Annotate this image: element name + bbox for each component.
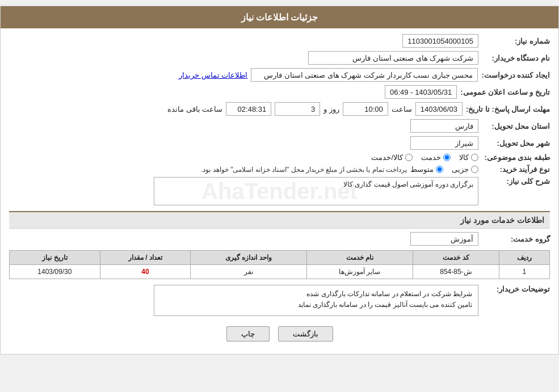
response-days-value: 3	[275, 102, 320, 116]
response-remaining-value: 02:48:31	[226, 102, 271, 116]
col-name: نام خدمت	[306, 251, 413, 265]
process-partial-label: جزیی	[452, 165, 469, 174]
service-group-label: گروه خدمت:	[482, 235, 550, 243]
category-goods-label: کالا	[459, 153, 469, 162]
response-days-label: روز و	[323, 105, 339, 113]
print-button[interactable]: چاپ	[226, 326, 270, 342]
cell-name: سایر آموزش‌ها	[306, 265, 413, 279]
process-option-medium[interactable]: متوسط	[410, 165, 443, 174]
cell-date: 1403/09/30	[10, 265, 100, 279]
buyer-org-value: شرکت شهرک های صنعتی استان فارس	[308, 51, 478, 65]
description-value: برگزاری دوره آموزشی اصول قیمت گذاری کالا	[154, 177, 478, 205]
need-number-label: شماره نیاز:	[482, 37, 550, 45]
creator-row: ایجاد کننده درخواست: محسن جباری نسب کارب…	[9, 68, 550, 82]
process-radio-group: جزیی متوسط	[410, 165, 478, 174]
col-code: کد خدمت	[413, 251, 499, 265]
cell-row: 1	[499, 265, 549, 279]
buyer-notes-label: توضیحات خریدار:	[482, 285, 550, 293]
category-radio-group: کالا خدمت کالا/خدمت	[371, 153, 478, 162]
process-medium-label: متوسط	[410, 165, 434, 174]
service-table: ردیف کد خدمت نام خدمت واحد اندازه گیری ت…	[9, 250, 550, 279]
need-number-value: 1103001054000105	[402, 34, 478, 48]
response-deadline-label: مهلت ارسال پاسخ: تا تاریخ:	[466, 105, 550, 113]
need-number-row: شماره نیاز: 1103001054000105	[9, 34, 550, 48]
table-row: 1 ش-85-854 سایر آموزش‌ها نفر 40 1403/09/…	[10, 265, 550, 279]
description-row: شرح کلی نیاز: برگزاری دوره آموزشی اصول ق…	[9, 177, 550, 205]
category-radio-service[interactable]	[443, 154, 451, 161]
announce-date-value: 1403/05/31 - 06:49	[385, 85, 457, 99]
announce-date-label: تاریخ و ساعت اعلان عمومی:	[460, 88, 550, 96]
col-unit: واحد اندازه گیری	[191, 251, 306, 265]
cell-quantity: 40	[100, 265, 191, 279]
page-title: جزئیات اطلاعات نیاز	[241, 12, 318, 22]
contact-link[interactable]: اطلاعات تماس خریدار	[179, 71, 247, 79]
description-label: شرح کلی نیاز:	[482, 177, 550, 186]
process-note: پرداخت تمام یا بخشی از مبلغ خریدار محل "…	[201, 166, 407, 174]
service-group-value: آموزش	[410, 232, 478, 246]
cell-unit: نفر	[191, 265, 306, 279]
city-label: شهر محل تحویل:	[482, 139, 550, 147]
process-radio-partial[interactable]	[471, 166, 478, 173]
category-service-label: خدمت	[421, 153, 441, 162]
col-quantity: تعداد / مقدار	[100, 251, 191, 265]
content-area: AhaTender.net شماره نیاز: 11030010540001…	[1, 28, 558, 354]
process-radio-medium[interactable]	[436, 166, 443, 173]
announce-date-row: تاریخ و ساعت اعلان عمومی: 1403/05/31 - 0…	[9, 85, 550, 99]
province-row: استان محل تحویل: فارس	[9, 119, 550, 133]
category-row: طبقه بندی موضوعی: کالا خدمت کالا/خدمت	[9, 153, 550, 162]
response-deadline-row: مهلت ارسال پاسخ: تا تاریخ: 1403/06/03 سا…	[9, 102, 550, 116]
buyer-org-label: نام دستگاه خریدار:	[482, 54, 550, 62]
process-option-partial[interactable]: جزیی	[452, 165, 478, 174]
response-time-value: 10:00	[343, 102, 388, 116]
services-section-title: اطلاعات خدمات مورد نیاز	[9, 211, 550, 229]
page-wrapper: جزئیات اطلاعات نیاز AhaTender.net شماره …	[0, 6, 559, 355]
buttons-row: بازگشت چاپ	[9, 319, 550, 348]
process-label: نوع فرآیند خرید:	[482, 165, 550, 174]
response-remaining-label: ساعت باقی مانده	[167, 105, 222, 113]
cell-code: ش-85-854	[413, 265, 499, 279]
category-radio-goods[interactable]	[471, 154, 478, 161]
category-option-goods[interactable]: کالا	[459, 153, 478, 162]
response-time-label: ساعت	[392, 105, 412, 113]
col-row: ردیف	[499, 251, 549, 265]
city-row: شهر محل تحویل: شیراز	[9, 136, 550, 150]
process-row: نوع فرآیند خرید: جزیی متوسط پرداخت تمام …	[9, 165, 550, 174]
creator-label: ایجاد کننده درخواست:	[481, 71, 550, 79]
category-both-label: کالا/خدمت	[371, 153, 403, 162]
buyer-notes-value: شرایط شرکت در استعلام در سامانه تدارکات …	[154, 285, 478, 316]
province-value: فارس	[410, 119, 478, 133]
category-option-both[interactable]: کالا/خدمت	[371, 153, 413, 162]
buyer-notes-row: توضیحات خریدار: شرایط شرکت در استعلام در…	[9, 285, 550, 316]
response-date-value: 1403/06/03	[415, 102, 463, 116]
category-label: طبقه بندی موضوعی:	[482, 153, 550, 162]
category-option-service[interactable]: خدمت	[421, 153, 451, 162]
city-value: شیراز	[410, 136, 478, 150]
category-radio-both[interactable]	[405, 154, 413, 161]
page-header: جزئیات اطلاعات نیاز	[1, 6, 558, 28]
back-button[interactable]: بازگشت	[278, 326, 333, 342]
col-date: تاریخ نیاز	[10, 251, 100, 265]
service-group-row: گروه خدمت: آموزش	[9, 232, 550, 246]
creator-value: محسن جباری نسب کاربردار شرکت شهرک های صن…	[251, 68, 478, 82]
buyer-org-row: نام دستگاه خریدار: شرکت شهرک های صنعتی ا…	[9, 51, 550, 65]
province-label: استان محل تحویل:	[482, 122, 550, 130]
